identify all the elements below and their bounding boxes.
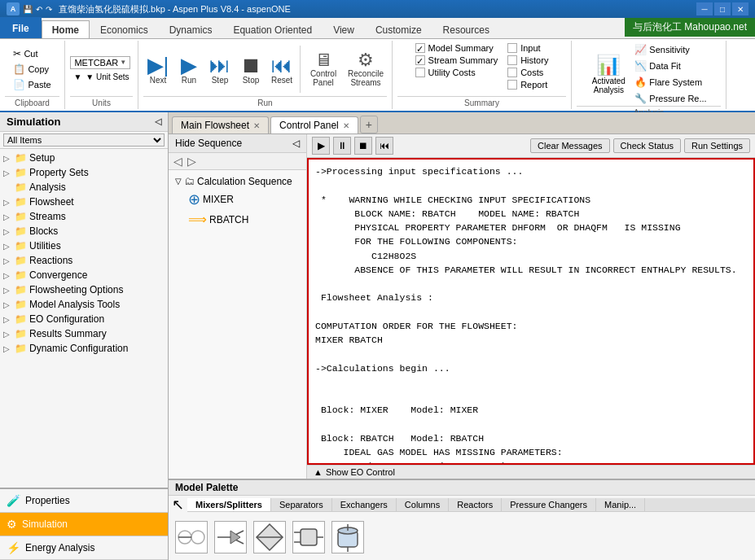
play-button[interactable]: ▶ (312, 137, 330, 155)
stop-button[interactable]: ⏹ Stop (236, 53, 266, 86)
tab-economics[interactable]: Economics (90, 20, 159, 38)
sequence-collapse-icon[interactable]: ◁ (292, 138, 300, 149)
tree-item-setup[interactable]: ▷ 📁 Setup (0, 151, 168, 165)
reset-icon: ⏮ (271, 55, 292, 76)
tab-control-panel[interactable]: Control Panel ✕ (270, 116, 358, 133)
maximize-button[interactable]: □ (714, 2, 731, 15)
seq-calc-label: Calculation Sequence (197, 176, 292, 187)
tree-item-analysis[interactable]: 📁 Analysis (0, 180, 168, 195)
tab-control-panel-close[interactable]: ✕ (343, 121, 349, 130)
model-summary-item[interactable]: ✓Model Summary (414, 42, 500, 54)
activated-analysis-button[interactable]: 📊 Activated Analysis (587, 52, 630, 96)
tree-item-convergence[interactable]: ▷ 📁 Convergence (0, 268, 168, 282)
run-label-group: Run (143, 96, 387, 107)
control-panel-button[interactable]: 🖥 Control Panel (304, 50, 343, 89)
pressure-relief-button[interactable]: 🔧Pressure Re... (631, 91, 709, 106)
tree-item-model-analysis[interactable]: ▷ 📁 Model Analysis Tools (0, 297, 168, 312)
step-button[interactable]: ⏭ Step (205, 53, 235, 86)
tree-item-eo-config[interactable]: ▷ 📁 EO Configuration (0, 312, 168, 326)
palette-tab-exchangers[interactable]: Exchangers (332, 498, 397, 511)
tool5[interactable] (331, 521, 364, 553)
tool4[interactable] (292, 521, 325, 553)
tab-main-flowsheet[interactable]: Main Flowsheet ✕ (172, 116, 269, 133)
tab-main-flowsheet-close[interactable]: ✕ (253, 121, 260, 130)
minimize-button[interactable]: ─ (696, 2, 713, 15)
step-icon: ⏭ (209, 55, 230, 76)
input-item[interactable]: Input (506, 42, 550, 54)
unit-sets-button[interactable]: ▼ ▼ Unit Sets (70, 71, 132, 83)
costs-item[interactable]: Costs (506, 67, 550, 78)
run-button[interactable]: ▶ Run (174, 53, 204, 86)
run-buttons: ▶| Next ▶ Run ⏭ Step ⏹ Stop ⏮ Reset 🖥 (143, 42, 387, 96)
seq-nav-right[interactable]: ▷ (186, 155, 198, 168)
tree-item-blocks[interactable]: ▷ 📁 Blocks (0, 224, 168, 238)
palette-tab-mixers[interactable]: Mixers/Splitters (187, 498, 271, 511)
close-button[interactable]: ✕ (732, 2, 748, 15)
tree-item-utilities[interactable]: ▷ 📁 Utilities (0, 238, 168, 253)
check-status-button[interactable]: Check Status (613, 138, 681, 153)
ribbon-group-summary: ✓Model Summary ✓Stream Summary Utility C… (393, 41, 572, 109)
folder-icon: 📁 (15, 211, 27, 222)
tab-equation-oriented[interactable]: Equation Oriented (222, 20, 323, 38)
tree-item-streams[interactable]: ▷ 📁 Streams (0, 209, 168, 224)
tree-label-eo-config: EO Configuration (29, 313, 104, 325)
cut-button[interactable]: ✂Cut (10, 46, 54, 61)
seq-nav-left[interactable]: ◁ (172, 155, 184, 168)
pause-button[interactable]: ⏸ (333, 137, 351, 155)
seq-rbatch-item[interactable]: ⟹ RBATCH (172, 210, 303, 229)
run-settings-button[interactable]: Run Settings (684, 138, 750, 153)
add-tab-button[interactable]: + (360, 116, 378, 133)
fsplit-tool[interactable] (214, 521, 247, 553)
seq-mixer-item[interactable]: ⊕ MIXER (172, 189, 303, 210)
history-item[interactable]: History (506, 55, 550, 66)
utility-costs-item[interactable]: Utility Costs (414, 67, 500, 78)
stream-summary-item[interactable]: ✓Stream Summary (414, 55, 500, 66)
paste-button[interactable]: 📄Paste (10, 77, 54, 92)
quick-access: 💾 ↶ ↷ (23, 5, 52, 14)
tab-view[interactable]: View (323, 20, 365, 38)
report-item[interactable]: Report (506, 79, 550, 90)
clear-messages-button[interactable]: Clear Messages (530, 138, 609, 153)
reconcile-button[interactable]: ⚙ Reconcile Streams (345, 50, 387, 89)
energy-analysis-panel-button[interactable]: ⚡ Energy Analysis (0, 536, 168, 560)
sidebar-collapse-button[interactable]: ◁ (155, 116, 161, 127)
next-button[interactable]: ▶| Next (143, 53, 173, 86)
palette-tab-columns[interactable]: Columns (397, 498, 449, 511)
palette-tab-reactors[interactable]: Reactors (449, 498, 502, 511)
all-items-select[interactable]: All Items (3, 133, 165, 147)
tab-resources[interactable]: Resources (432, 20, 500, 38)
palette-tab-manip[interactable]: Manip... (596, 498, 645, 511)
tree-item-reactions[interactable]: ▷ 📁 Reactions (0, 253, 168, 268)
tab-dynamics[interactable]: Dynamics (159, 20, 223, 38)
eo-bar[interactable]: ▲ Show EO Control (307, 465, 755, 479)
tab-file[interactable]: File (0, 17, 42, 38)
tab-customize[interactable]: Customize (365, 20, 432, 38)
palette-tab-separators[interactable]: Separators (271, 498, 332, 511)
reset-button[interactable]: ⏮ Reset (267, 53, 296, 86)
flare-system-button[interactable]: 🔥Flare System (631, 75, 709, 90)
tree-item-results[interactable]: ▷ 📁 Results Summary (0, 326, 168, 341)
tab-home[interactable]: Home (42, 20, 90, 38)
palette-tab-pressure[interactable]: Pressure Changers (502, 498, 596, 511)
rewind-button[interactable]: ⏮ (375, 137, 393, 155)
expand-icon: ▷ (3, 271, 15, 280)
tree-item-flowsheeting[interactable]: ▷ 📁 Flowsheeting Options (0, 282, 168, 297)
utility-costs-check (415, 68, 425, 77)
metcbar-combo[interactable]: METCBAR ▼ (70, 56, 130, 69)
copy-button[interactable]: 📋Copy (10, 62, 54, 77)
properties-panel-button[interactable]: 🧪 Properties (0, 489, 168, 513)
tool3[interactable] (253, 521, 286, 553)
tree-item-dynamic[interactable]: ▷ 📁 Dynamic Configuration (0, 341, 168, 356)
tree-label-convergence: Convergence (29, 269, 87, 281)
simulation-panel-button[interactable]: ⚙ Simulation (0, 513, 168, 536)
data-fit-button[interactable]: 📉Data Fit (631, 59, 709, 73)
tree-item-property-sets[interactable]: ▷ 📁 Property Sets (0, 165, 168, 180)
stop-ctrl-button[interactable]: ⏹ (354, 137, 372, 155)
palette-cursor-tool[interactable]: ↖ (169, 496, 187, 514)
tree-item-flowsheet[interactable]: ▷ 📁 Flowsheet (0, 195, 168, 209)
seq-calculation-sequence[interactable]: ▽ 🗂 Calculation Sequence (172, 173, 303, 189)
folder-icon: 📁 (15, 182, 27, 193)
sensitivity-button[interactable]: 📈Sensitivity (631, 42, 709, 57)
ribbon-group-units: METCBAR ▼ ▼ ▼ Unit Sets Units (65, 41, 138, 109)
mixer-tool[interactable] (175, 521, 208, 553)
